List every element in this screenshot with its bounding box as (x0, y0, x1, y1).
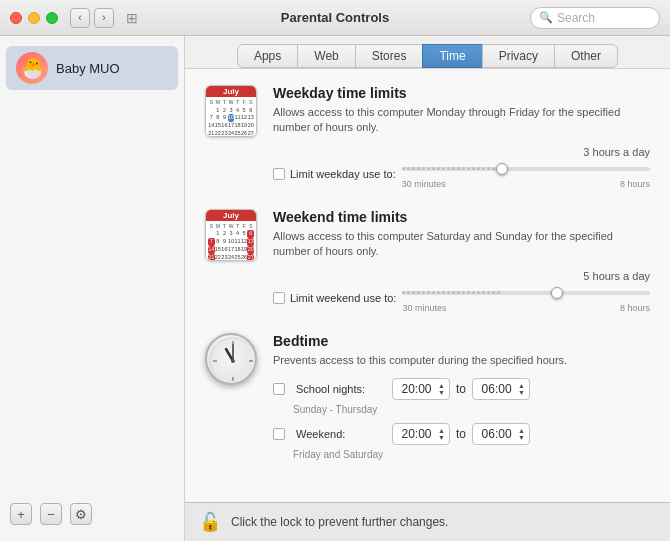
weekend-slider-dots (402, 291, 650, 294)
weekday-calendar-icon: July SMTWTFS 123456 78910111213 14151617… (205, 85, 257, 137)
tab-bar: Apps Web Stores Time Privacy Other (185, 36, 670, 69)
weekend-text: Weekend time limits Allows access to thi… (273, 209, 650, 313)
weekday-checkbox[interactable] (273, 168, 285, 180)
weekend-from-value: 20:00 (397, 427, 436, 441)
school-from-field[interactable]: 20:00 ▲ ▼ (392, 378, 450, 400)
traffic-lights (10, 12, 58, 24)
school-from-stepper[interactable]: ▲ ▼ (438, 382, 445, 396)
weekend-checkbox-label[interactable]: Limit weekend use to: (273, 292, 396, 304)
weekday-slider-dots (402, 167, 650, 170)
school-nights-label: School nights: (296, 383, 386, 395)
weekend-to-down[interactable]: ▼ (518, 434, 525, 441)
school-to-down[interactable]: ▼ (518, 389, 525, 396)
school-days-label: Sunday - Thursday (293, 404, 650, 415)
school-from-value: 20:00 (397, 382, 436, 396)
weekend-to-stepper[interactable]: ▲ ▼ (518, 427, 525, 441)
weekday-slider[interactable] (402, 160, 650, 178)
back-button[interactable]: ‹ (70, 8, 90, 28)
school-to-value: 06:00 (477, 382, 516, 396)
lock-bar: 🔓 Click the lock to prevent further chan… (185, 502, 670, 541)
weekend-slider-wrapper: 30 minutes 8 hours (402, 284, 650, 313)
tab-privacy[interactable]: Privacy (482, 44, 555, 68)
weekend-slider[interactable] (402, 284, 650, 302)
settings-button[interactable]: ⚙ (70, 503, 92, 525)
forward-button[interactable]: › (94, 8, 114, 28)
nav-buttons: ‹ › ⊞ (70, 8, 142, 28)
weekday-thumb[interactable] (496, 163, 508, 175)
school-to-word: to (456, 382, 466, 396)
close-button[interactable] (10, 12, 22, 24)
weekend-section: July SMTWTFS 123456 78910111213 14151617… (205, 209, 650, 313)
tab-web[interactable]: Web (297, 44, 355, 68)
clock-svg (207, 335, 259, 387)
tab-time[interactable]: Time (422, 44, 482, 68)
weekday-text: Weekday time limits Allows access to thi… (273, 85, 650, 189)
add-user-button[interactable]: + (10, 503, 32, 525)
user-name: Baby MUO (56, 61, 120, 76)
weekend-checkbox[interactable] (273, 292, 285, 304)
school-from-up[interactable]: ▲ (438, 382, 445, 389)
weekend-to-field[interactable]: 06:00 ▲ ▼ (472, 423, 530, 445)
weekday-slider-row: Limit weekday use to: (273, 160, 650, 189)
weekend-bedtime-checkbox[interactable] (273, 428, 285, 440)
user-item[interactable]: 🐣 Baby MUO (6, 46, 178, 90)
school-to-up[interactable]: ▲ (518, 382, 525, 389)
weekday-desc: Allows access to this computer Monday th… (273, 105, 650, 136)
weekend-bedtime-row: Weekend: 20:00 ▲ ▼ to 06:00 (273, 423, 650, 445)
sidebar: 🐣 Baby MUO + − ⚙ (0, 36, 185, 541)
weekend-title: Weekend time limits (273, 209, 650, 225)
school-to-stepper[interactable]: ▲ ▼ (518, 382, 525, 396)
search-placeholder: Search (557, 11, 595, 25)
maximize-button[interactable] (46, 12, 58, 24)
weekend-calendar-icon: July SMTWTFS 123456 78910111213 14151617… (205, 209, 257, 261)
school-nights-checkbox[interactable] (273, 383, 285, 395)
tab-other[interactable]: Other (554, 44, 618, 68)
bedtime-text: Bedtime Prevents access to this computer… (273, 333, 650, 468)
weekend-time-label: 5 hours a day (273, 270, 650, 282)
grid-button[interactable]: ⊞ (122, 8, 142, 28)
weekend-thumb[interactable] (551, 287, 563, 299)
school-nights-row: School nights: 20:00 ▲ ▼ to 06:00 (273, 378, 650, 400)
content-area: July SMTWTFS 123456 78910111213 14151617… (185, 69, 670, 502)
search-icon: 🔍 (539, 11, 553, 24)
bedtime-section: Bedtime Prevents access to this computer… (205, 333, 650, 468)
weekend-days-label: Friday and Saturday (293, 449, 650, 460)
weekday-section: July SMTWTFS 123456 78910111213 14151617… (205, 85, 650, 189)
lock-icon[interactable]: 🔓 (199, 511, 221, 533)
school-from-down[interactable]: ▼ (438, 389, 445, 396)
svg-point-7 (231, 359, 235, 363)
tab-apps[interactable]: Apps (237, 44, 298, 68)
window-title: Parental Controls (281, 10, 389, 25)
weekend-from-stepper[interactable]: ▲ ▼ (438, 427, 445, 441)
avatar: 🐣 (16, 52, 48, 84)
weekend-slider-labels: 30 minutes 8 hours (402, 303, 650, 313)
weekend-to-up[interactable]: ▲ (518, 427, 525, 434)
main-layout: 🐣 Baby MUO + − ⚙ Apps Web Stores Time Pr… (0, 36, 670, 541)
weekday-slider-wrapper: 30 minutes 8 hours (402, 160, 650, 189)
weekend-to-word: to (456, 427, 466, 441)
tab-stores[interactable]: Stores (355, 44, 424, 68)
weekend-to-value: 06:00 (477, 427, 516, 441)
weekend-slider-row: Limit weekend use to: (273, 284, 650, 313)
weekend-bedtime-label: Weekend: (296, 428, 386, 440)
school-to-field[interactable]: 06:00 ▲ ▼ (472, 378, 530, 400)
svg-line-5 (226, 349, 233, 361)
bedtime-title: Bedtime (273, 333, 650, 349)
search-box[interactable]: 🔍 Search (530, 7, 660, 29)
title-bar: ‹ › ⊞ Parental Controls 🔍 Search (0, 0, 670, 36)
weekday-slider-labels: 30 minutes 8 hours (402, 179, 650, 189)
remove-user-button[interactable]: − (40, 503, 62, 525)
cal-month-weekday: July (206, 86, 256, 97)
cal-month-weekend: July (206, 210, 256, 221)
weekday-checkbox-label[interactable]: Limit weekday use to: (273, 168, 396, 180)
weekend-desc: Allows access to this computer Saturday … (273, 229, 650, 260)
weekday-time-label: 3 hours a day (273, 146, 650, 158)
weekend-from-field[interactable]: 20:00 ▲ ▼ (392, 423, 450, 445)
weekend-from-down[interactable]: ▼ (438, 434, 445, 441)
minimize-button[interactable] (28, 12, 40, 24)
content-panel: Apps Web Stores Time Privacy Other July … (185, 36, 670, 541)
weekend-from-up[interactable]: ▲ (438, 427, 445, 434)
sidebar-footer: + − ⚙ (0, 495, 184, 533)
bedtime-desc: Prevents access to this computer during … (273, 353, 650, 368)
lock-text: Click the lock to prevent further change… (231, 515, 448, 529)
